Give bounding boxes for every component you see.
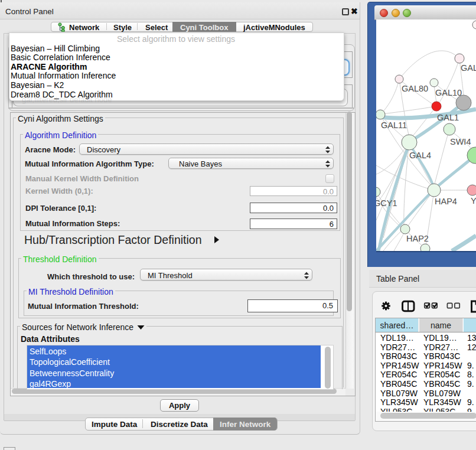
svg-text:GAL4: GAL4 xyxy=(409,151,431,160)
svg-text:GAL11: GAL11 xyxy=(381,120,407,130)
svg-text:GAL80: GAL80 xyxy=(402,84,428,93)
svg-text:GAL1: GAL1 xyxy=(437,113,459,122)
svg-text:HAP4: HAP4 xyxy=(435,197,457,206)
svg-text:HAP2: HAP2 xyxy=(406,234,429,243)
svg-text:GAL7: GAL7 xyxy=(461,63,476,73)
svg-text:GAL10: GAL10 xyxy=(435,88,462,97)
svg-text:GCY1: GCY1 xyxy=(376,198,397,208)
svg-text:SWI4: SWI4 xyxy=(450,137,471,146)
svg-text:Y: Y xyxy=(471,196,476,206)
